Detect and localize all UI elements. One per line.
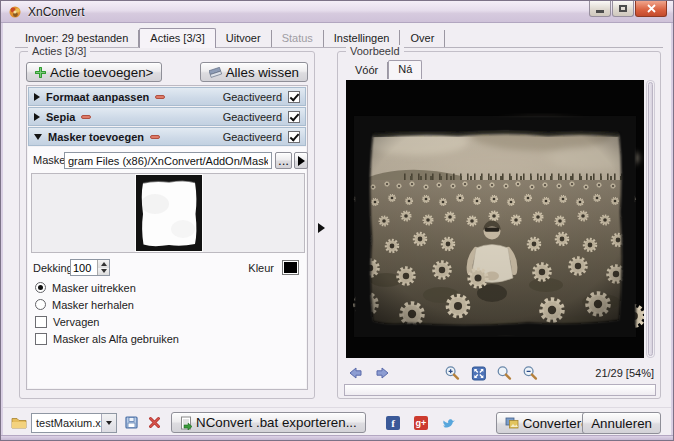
save-icon [125, 416, 138, 429]
fit-to-window-button[interactable] [469, 365, 487, 381]
export-bat-button[interactable]: NConvert .bat exporteren... [171, 412, 366, 433]
zoom-actual-button[interactable] [495, 365, 513, 381]
activated-checkbox[interactable] [288, 111, 300, 123]
radio-icon[interactable] [35, 299, 46, 310]
scrollbar-thumb[interactable] [648, 82, 653, 356]
maximize-button[interactable] [612, 1, 634, 17]
spin-down-button[interactable] [98, 268, 109, 276]
preview-vertical-scrollbar[interactable] [646, 80, 655, 358]
titlebar[interactable]: XnConvert [1, 1, 673, 23]
option-label: Masker als Alfa gebruiken [53, 333, 179, 345]
window-title: XnConvert [28, 5, 85, 19]
browse-button[interactable]: ... [275, 152, 292, 169]
splitter-collapse-button[interactable] [318, 223, 325, 233]
action-label: Sepia [46, 111, 75, 123]
preset-value: testMaxium.xbs [32, 417, 101, 429]
mask-path-input[interactable] [64, 152, 272, 169]
option-label: Masker uitrekken [52, 282, 136, 294]
collapse-icon[interactable] [34, 134, 42, 140]
progress-bar [344, 384, 656, 396]
activated-label: Geactiveerd [223, 111, 282, 123]
minimize-icon [596, 10, 604, 13]
action-row-masker[interactable]: Masker toevoegen Geactiveerd [28, 127, 306, 146]
option-mask-stretch[interactable]: Masker uitrekken [35, 281, 136, 294]
add-action-button[interactable]: Actie toevoegen> [26, 62, 162, 82]
activated-label: Geactiveerd [223, 131, 282, 143]
preset-combobox[interactable]: testMaxium.xbs [31, 413, 117, 433]
action-label: Formaat aanpassen [46, 91, 149, 103]
tab-acties[interactable]: Acties [3/3] [139, 28, 215, 48]
maximize-icon [619, 5, 627, 12]
action-label: Masker toevoegen [48, 131, 144, 143]
clear-all-button[interactable]: Alles wissen [200, 62, 308, 82]
checkbox-icon[interactable] [35, 316, 47, 328]
tab-over[interactable]: Over [400, 30, 445, 47]
mask-menu-button[interactable] [294, 152, 308, 169]
previous-image-button[interactable] [346, 365, 364, 381]
option-alpha[interactable]: Masker als Alfa gebruiken [35, 332, 179, 345]
zoom-out-button[interactable] [521, 365, 539, 381]
activated-checkbox[interactable] [288, 131, 300, 143]
app-icon [8, 5, 22, 19]
down-arrow-icon [101, 269, 107, 273]
open-preset-button[interactable] [11, 415, 27, 431]
remove-action-icon[interactable] [81, 115, 91, 119]
clear-all-label: Alles wissen [226, 65, 299, 80]
option-mask-repeat[interactable]: Masker herhalen [35, 298, 134, 311]
tab-uitvoer[interactable]: Uitvoer [216, 30, 272, 47]
radio-icon[interactable] [35, 282, 46, 293]
opacity-spinner[interactable] [70, 259, 110, 276]
zoom-in-icon [444, 365, 460, 381]
main-tabbar: Invoer: 29 bestanden Acties [3/3] Uitvoe… [15, 29, 663, 48]
action-row-formaat[interactable]: Formaat aanpassen Geactiveerd [28, 87, 306, 106]
preview-tabbar: Vóór Ná [346, 60, 422, 79]
preview-canvas[interactable] [346, 80, 644, 358]
preview-image [346, 80, 644, 358]
action-row-sepia[interactable]: Sepia Geactiveerd [28, 107, 306, 126]
opacity-value[interactable] [71, 260, 97, 275]
add-action-label: Actie toevoegen> [50, 65, 153, 80]
export-script-icon [180, 416, 192, 430]
tab-after[interactable]: Ná [388, 60, 422, 79]
tab-before[interactable]: Vóór [346, 62, 388, 79]
color-swatch-button[interactable] [282, 260, 299, 275]
delete-x-icon [148, 416, 161, 429]
twitter-button[interactable] [442, 416, 456, 430]
mask-thumbnail [135, 174, 203, 252]
opacity-label: Dekking [33, 262, 73, 274]
close-icon [647, 4, 656, 13]
minimize-button[interactable] [589, 1, 611, 17]
remove-action-icon[interactable] [155, 95, 165, 99]
expand-icon[interactable] [34, 113, 40, 121]
close-button[interactable] [635, 1, 667, 17]
next-image-button[interactable] [374, 365, 392, 381]
convert-icon [505, 417, 519, 429]
arrow-left-icon [347, 366, 363, 380]
folder-icon [11, 415, 27, 429]
actions-groupbox: Acties [3/3] Actie toevoegen> Alles wiss… [19, 51, 315, 399]
spin-up-button[interactable] [98, 260, 109, 268]
magnifier-icon [496, 365, 512, 381]
fit-icon [471, 366, 486, 381]
twitter-bird-icon [442, 417, 456, 429]
checkbox-icon[interactable] [35, 333, 47, 345]
arrow-right-icon [375, 366, 391, 380]
mask-settings-panel: Masker ... Dekking [28, 147, 306, 388]
option-blur[interactable]: Vervagen [35, 315, 99, 328]
facebook-button[interactable]: f [386, 416, 400, 430]
zoom-out-icon [522, 365, 538, 381]
delete-preset-button[interactable] [148, 416, 161, 431]
expand-icon[interactable] [34, 93, 40, 101]
combo-dropdown-button[interactable] [101, 414, 116, 432]
save-preset-button[interactable] [125, 416, 138, 431]
remove-action-icon[interactable] [150, 135, 160, 139]
zoom-in-button[interactable] [443, 365, 461, 381]
activated-checkbox[interactable] [288, 91, 300, 103]
play-icon [298, 156, 305, 166]
option-label: Masker herhalen [52, 299, 134, 311]
chevron-down-icon [106, 421, 112, 425]
cancel-button[interactable]: Annuleren [582, 412, 661, 434]
add-icon [35, 67, 46, 78]
color-label: Kleur [248, 262, 274, 274]
googleplus-button[interactable]: g+ [414, 416, 428, 430]
